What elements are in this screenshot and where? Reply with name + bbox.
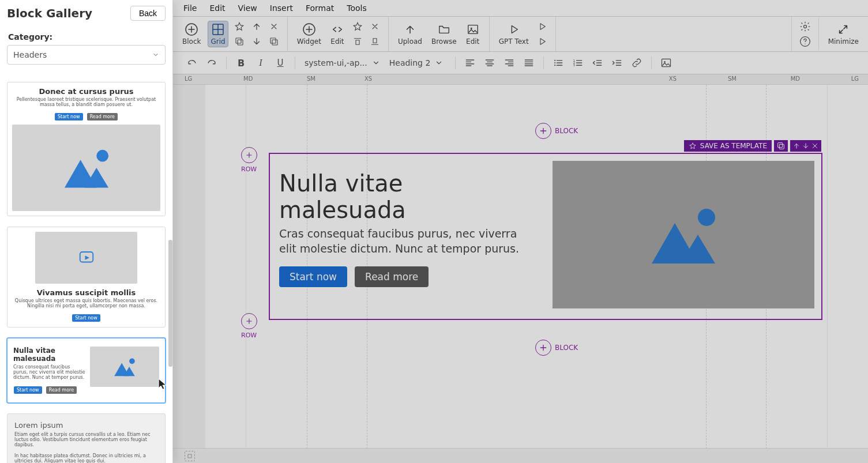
insert-image-button[interactable] [657, 54, 675, 71]
hero-primary-button[interactable]: Start now [279, 266, 347, 287]
align-justify-icon [523, 57, 535, 69]
arrow-down-icon [251, 36, 262, 47]
tool-help[interactable] [799, 35, 811, 48]
tool-settings[interactable] [799, 20, 811, 33]
align-right-icon [503, 57, 515, 69]
close-icon [811, 142, 819, 150]
outdent-button[interactable] [589, 54, 606, 71]
tool-widget-align-bottom[interactable] [369, 35, 381, 48]
hero-image-placeholder[interactable] [553, 161, 814, 308]
tool-move-down[interactable] [250, 35, 263, 48]
save-template-button[interactable]: SAVE AS TEMPLATE [684, 140, 772, 152]
plus-icon [245, 151, 253, 159]
tool-block[interactable]: Block [180, 21, 203, 47]
thumb-sub: Cras consequat faucibus purus, nec viver… [13, 364, 85, 380]
scrollbar-thumb[interactable] [168, 240, 172, 367]
tool-template[interactable] [233, 35, 246, 48]
duplicate-icon [269, 36, 279, 47]
margin-guide-icon[interactable] [185, 451, 195, 461]
font-family-select[interactable]: system-ui,-ap... [301, 58, 384, 67]
menu-tools[interactable]: Tools [347, 3, 367, 13]
text-style-select[interactable]: Heading 2 [386, 58, 449, 67]
add-block-bottom[interactable]: BLOCK [535, 340, 578, 356]
chevron-down-icon [152, 51, 159, 58]
align-left-button[interactable] [461, 54, 479, 71]
selected-block[interactable]: SAVE AS TEMPLATE Nulla vitae malesuada C… [269, 153, 822, 320]
bold-button[interactable]: B [232, 54, 250, 71]
menu-format[interactable]: Format [306, 3, 334, 13]
star-icon [352, 21, 363, 32]
thumb-title: Vivamus suscipit mollis [12, 288, 160, 297]
add-row-bottom[interactable] [241, 313, 257, 329]
block-cell-left[interactable]: Nulla vitae malesuada Cras consequat fau… [270, 154, 546, 319]
tool-edit-image[interactable]: Edit [464, 21, 482, 47]
indent-button[interactable] [608, 54, 626, 71]
gallery-thumb-4[interactable]: Lorem ipsum Etiam eget elit a turpis cur… [7, 413, 166, 463]
plus-icon [245, 317, 253, 325]
tool-gpt-opt1[interactable] [536, 20, 548, 33]
underline-button[interactable]: U [272, 54, 289, 71]
tool-duplicate[interactable] [268, 35, 280, 48]
align-center-button[interactable] [481, 54, 498, 71]
tool-upload[interactable]: Upload [396, 21, 424, 47]
tool-minimize[interactable]: Minimize [826, 21, 861, 47]
menu-insert[interactable]: Insert [270, 3, 293, 13]
align-right-button[interactable] [501, 54, 518, 71]
redo-button[interactable] [203, 54, 220, 71]
bp-tag: XS [669, 76, 677, 82]
tool-edit-widget[interactable]: Edit [328, 21, 347, 47]
align-justify-button[interactable] [520, 54, 538, 71]
align-bottom-icon [370, 36, 380, 47]
tool-widget[interactable]: Widget [295, 21, 324, 47]
tool-grid[interactable]: Grid [208, 21, 228, 47]
tool-widget-del[interactable] [369, 20, 381, 33]
chevron-down-icon [372, 59, 380, 67]
menu-file[interactable]: File [183, 3, 197, 13]
link-button[interactable] [628, 54, 645, 71]
tool-move-up[interactable] [250, 20, 263, 33]
tool-widget-star[interactable] [351, 20, 364, 33]
block-cell-right[interactable] [546, 154, 821, 319]
tool-gpt-opt2[interactable] [536, 35, 548, 48]
gallery-thumb-2[interactable]: Vivamus suscipit mollis Quisque ultrices… [7, 227, 166, 328]
hero-paragraph[interactable]: Cras consequat faucibus purus, nec viver… [279, 227, 534, 256]
tool-widget-align-top[interactable] [351, 35, 364, 48]
hero-heading[interactable]: Nulla vitae malesuada [279, 170, 534, 223]
menu-view[interactable]: View [238, 3, 257, 13]
back-button[interactable]: Back [130, 6, 166, 21]
plus-icon [539, 126, 548, 135]
canvas[interactable]: BLOCK ROW ROW SAVE AS TEMPLATE [205, 85, 868, 463]
link-icon [631, 57, 642, 69]
hero-secondary-button[interactable]: Read more [355, 266, 429, 287]
add-row-top[interactable] [241, 147, 257, 163]
olist-button[interactable] [569, 54, 587, 71]
arrow-up-icon [251, 21, 262, 32]
tool-delete[interactable] [268, 20, 280, 33]
undo-button[interactable] [183, 54, 201, 71]
tool-star[interactable] [233, 20, 246, 33]
tool-gpt[interactable]: GPT Text [497, 21, 531, 47]
block-move[interactable] [790, 140, 821, 152]
plus-icon [539, 343, 548, 352]
help-icon [799, 36, 811, 47]
outdent-icon [592, 57, 603, 69]
gallery-thumb-1[interactable]: Donec at cursus purus Pellentesque laore… [7, 82, 166, 216]
toolbar-secondary: B I U system-ui,-ap... Heading 2 [173, 52, 868, 74]
gallery-thumb-3[interactable]: Nulla vitae malesuada Cras consequat fau… [7, 338, 166, 403]
collapse-icon [837, 23, 850, 36]
ulist-button[interactable] [550, 54, 567, 71]
menu-edit[interactable]: Edit [209, 3, 225, 13]
tool-browse[interactable]: Browse [429, 21, 459, 47]
image-icon [660, 57, 672, 69]
grid-icon [211, 22, 225, 36]
italic-button[interactable]: I [252, 54, 269, 71]
play-small-icon [537, 36, 547, 47]
gear-icon [799, 21, 811, 32]
menubar: File Edit View Insert Format Tools [173, 0, 868, 17]
block-gallery-panel: Block Gallery Back Category: Headers Don… [0, 0, 173, 463]
align-top-icon [352, 36, 363, 47]
category-select[interactable]: Headers [7, 45, 166, 65]
block-duplicate[interactable] [774, 140, 788, 152]
thumb-title: Lorem ipsum [14, 421, 158, 430]
add-block-top[interactable]: BLOCK [535, 123, 578, 139]
